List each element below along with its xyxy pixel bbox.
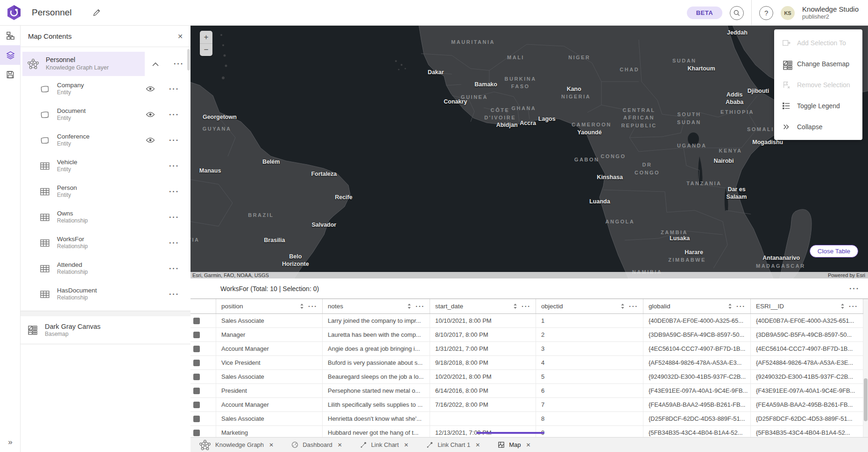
column-options-icon[interactable]: ··· bbox=[736, 303, 746, 310]
close-table-button[interactable]: Close Table bbox=[810, 245, 858, 257]
visibility-eye-icon[interactable] bbox=[146, 137, 155, 143]
row-checkbox[interactable] bbox=[193, 402, 200, 408]
map-attribution: Esri, Garmin, FAO, NOAA, USGS Powered by… bbox=[191, 272, 868, 278]
basemap-icon bbox=[782, 60, 790, 68]
row-checkbox[interactable] bbox=[193, 346, 200, 352]
layer-options-icon[interactable]: ··· bbox=[169, 213, 179, 222]
layer-options-icon[interactable]: ··· bbox=[169, 162, 179, 170]
map-view[interactable]: MAURITANIAMALINIGERCHADSUDANBURKINA FASO… bbox=[191, 26, 868, 278]
sort-icon[interactable] bbox=[840, 303, 845, 309]
column-header-globalid[interactable]: globalid··· bbox=[643, 299, 751, 313]
header-divider bbox=[751, 0, 752, 26]
table-row[interactable]: ManagerLauretta has been with the comp..… bbox=[191, 328, 868, 342]
cell-globalid: {D25F8DCF-62DC-4D53-889F-51... bbox=[643, 412, 751, 425]
column-options-icon[interactable]: ··· bbox=[416, 303, 425, 310]
close-tab-icon[interactable]: ✕ bbox=[475, 442, 480, 448]
layer-options-icon[interactable]: ··· bbox=[169, 239, 179, 247]
layer-options-icon[interactable]: ··· bbox=[169, 188, 179, 196]
help-button[interactable]: ? bbox=[759, 6, 773, 20]
table-row[interactable]: Vice PresidentBuford is very passionate … bbox=[191, 356, 868, 370]
table-row[interactable]: MarketingHubbard never got the hang of t… bbox=[191, 426, 868, 437]
table-row[interactable]: PresidentPersephone started new metal o.… bbox=[191, 384, 868, 398]
edit-title-icon[interactable] bbox=[92, 8, 101, 17]
rail-item-save[interactable] bbox=[0, 65, 21, 84]
tab-knowledge-graph[interactable]: Knowledge Graph✕ bbox=[199, 439, 274, 451]
layer-options-icon[interactable]: ··· bbox=[169, 111, 179, 119]
table-options-icon[interactable]: ··· bbox=[849, 285, 860, 293]
row-checkbox[interactable] bbox=[193, 318, 200, 324]
close-panel-icon[interactable]: ✕ bbox=[177, 33, 183, 40]
table-row[interactable]: Sales AssociateBeauregard sleeps on the … bbox=[191, 370, 868, 384]
search-button[interactable] bbox=[730, 6, 744, 20]
layer-item-document[interactable]: DocumentEntity··· bbox=[21, 102, 191, 127]
column-options-icon[interactable]: ··· bbox=[522, 303, 531, 310]
layer-options-icon[interactable]: ··· bbox=[169, 136, 179, 145]
table-row[interactable]: Account ManagerAngie does a great job br… bbox=[191, 342, 868, 356]
menu-item-change-basemap[interactable]: Change Basemap bbox=[774, 53, 862, 74]
table-row[interactable]: Sales AssociateLarry joined the company … bbox=[191, 314, 868, 328]
vertical-scrollbar-track[interactable] bbox=[863, 299, 868, 437]
layer-item-conference[interactable]: ConferenceEntity··· bbox=[21, 127, 191, 153]
tab-dashboard[interactable]: Dashboard✕ bbox=[291, 441, 342, 448]
basemap-item[interactable]: Dark Gray Canvas Basemap bbox=[21, 316, 191, 344]
sort-icon[interactable] bbox=[513, 303, 517, 309]
close-tab-icon[interactable]: ✕ bbox=[404, 442, 409, 448]
menu-item-collapse[interactable]: Collapse bbox=[774, 116, 862, 137]
layer-options-icon[interactable]: ··· bbox=[169, 85, 179, 93]
layer-item-company[interactable]: CompanyEntity··· bbox=[21, 76, 191, 102]
tab-link-chart[interactable]: Link Chart✕ bbox=[360, 441, 409, 448]
cell-start_date: 6/14/2016, 8:00 PM bbox=[430, 384, 536, 397]
visibility-eye-icon[interactable] bbox=[146, 86, 155, 92]
row-checkbox[interactable] bbox=[193, 430, 200, 436]
layer-group-options-icon[interactable]: ··· bbox=[174, 60, 184, 68]
layer-type: Relationship bbox=[57, 294, 97, 302]
column-header-objectid[interactable]: objectid··· bbox=[536, 299, 643, 313]
layer-options-icon[interactable]: ··· bbox=[169, 264, 179, 273]
row-checkbox[interactable] bbox=[193, 416, 200, 422]
horizontal-scrollbar[interactable] bbox=[476, 432, 544, 434]
table-row[interactable]: Account ManagerLilith specifically sells… bbox=[191, 398, 868, 412]
sort-icon[interactable] bbox=[407, 303, 411, 309]
layer-item-vehicle[interactable]: VehicleEntity··· bbox=[21, 153, 191, 179]
visibility-eye-icon[interactable] bbox=[146, 111, 155, 118]
column-options-icon[interactable]: ··· bbox=[308, 303, 318, 310]
layer-item-person[interactable]: PersonEntity··· bbox=[21, 179, 191, 204]
cell-globalid: {9249032D-E300-41B5-937F-C2B... bbox=[643, 370, 751, 383]
collapse-group-icon[interactable] bbox=[152, 62, 159, 66]
layer-item-hasdocument[interactable]: HasDocumentRelationship··· bbox=[21, 281, 191, 307]
vertical-scrollbar-thumb[interactable] bbox=[864, 378, 868, 421]
layer-item-owns[interactable]: OwnsRelationship··· bbox=[21, 204, 191, 230]
row-checkbox[interactable] bbox=[193, 374, 200, 380]
column-header-esri__id[interactable]: ESRI__ID··· bbox=[751, 299, 863, 313]
zoom-out-button[interactable]: − bbox=[200, 43, 212, 56]
expand-rail-button[interactable]: » bbox=[0, 435, 21, 449]
row-checkbox[interactable] bbox=[193, 332, 200, 338]
close-tab-icon[interactable]: ✕ bbox=[338, 442, 342, 448]
tab-link-chart-1[interactable]: Link Chart 1✕ bbox=[426, 441, 480, 448]
avatar[interactable]: KS bbox=[781, 6, 795, 20]
zoom-in-button[interactable]: + bbox=[200, 31, 212, 43]
column-options-icon[interactable]: ··· bbox=[629, 303, 638, 310]
layer-options-icon[interactable]: ··· bbox=[169, 290, 179, 299]
sort-icon[interactable] bbox=[728, 303, 732, 309]
column-header-notes[interactable]: notes··· bbox=[323, 299, 430, 313]
tab-map[interactable]: Map✕ bbox=[498, 441, 530, 448]
layer-item-worksfor[interactable]: WorksForRelationship··· bbox=[21, 230, 191, 256]
sort-icon[interactable] bbox=[300, 303, 304, 309]
column-options-icon[interactable]: ··· bbox=[849, 303, 858, 310]
row-checkbox[interactable] bbox=[193, 388, 200, 394]
menu-item-toggle-legend[interactable]: Toggle Legend bbox=[774, 95, 862, 116]
rail-item-map-contents[interactable] bbox=[0, 45, 21, 65]
layer-name: HasDocument bbox=[57, 286, 97, 295]
layer-group-personnel[interactable]: Personnel Knowledge Graph Layer ··· bbox=[21, 52, 191, 76]
row-checkbox[interactable] bbox=[193, 360, 200, 366]
column-header-start_date[interactable]: start_date··· bbox=[430, 299, 536, 313]
column-header-position[interactable]: position··· bbox=[216, 299, 323, 313]
layer-item-attended[interactable]: AttendedRelationship··· bbox=[21, 256, 191, 281]
close-tab-icon[interactable]: ✕ bbox=[526, 442, 531, 448]
table-row[interactable]: Sales AssociateHenrietta doesn't know wh… bbox=[191, 412, 868, 426]
rail-item-data-model[interactable] bbox=[0, 26, 21, 45]
sort-icon[interactable] bbox=[621, 303, 625, 309]
close-tab-icon[interactable]: ✕ bbox=[269, 442, 274, 448]
user-menu[interactable]: Knowledge Studio publisher2 bbox=[802, 5, 859, 21]
